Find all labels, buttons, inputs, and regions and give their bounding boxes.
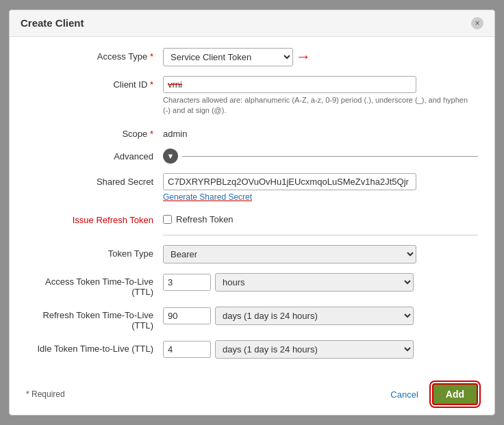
access-type-arrow-icon: → [296,48,311,66]
shared-secret-label: Shared Secret [26,173,163,187]
access-token-ttl-control: hours days (1 day is 24 hours) minutes [163,273,478,292]
shared-secret-row: Shared Secret Generate Shared Secret [26,173,478,202]
issue-refresh-token-label: Issue Refresh Token [26,211,163,225]
idle-token-ttl-number[interactable] [163,341,211,358]
client-id-label: Client ID [26,76,163,90]
cancel-button[interactable]: Cancel [383,386,425,403]
refresh-token-ttl-label: Refresh Token Time-To-Live (TTL) [26,307,163,331]
idle-token-ttl-label: Idle Token Time-to-Live (TTL) [26,340,163,354]
token-type-label: Token Type [26,245,163,259]
advanced-arrow-icon[interactable]: ▼ [163,149,178,164]
modal-overlay: Create Client × Access Type Service Clie… [0,0,504,425]
idle-token-ttl-row: Idle Token Time-to-Live (TTL) hours days… [26,340,478,359]
refresh-token-checkbox-row: Refresh Token [163,211,478,224]
refresh-token-checkbox-label: Refresh Token [176,214,234,224]
required-note: * Required [26,389,65,399]
access-token-ttl-unit-select[interactable]: hours days (1 day is 24 hours) minutes [215,273,414,292]
close-button[interactable]: × [471,17,483,29]
refresh-token-ttl-control: hours days (1 day is 24 hours) minutes [163,307,478,325]
token-type-select[interactable]: Bearer JWT [163,245,416,263]
idle-token-ttl-unit-select[interactable]: hours days (1 day is 24 hours) minutes [215,340,414,359]
access-token-ttl-row: Access Token Time-To-Live (TTL) hours da… [26,273,478,297]
access-type-row: Access Type Service Client Token Bearer … [26,48,478,66]
generate-shared-secret-link[interactable]: Generate Shared Secret [163,192,478,202]
modal-footer: * Required Cancel Add [10,376,494,415]
generate-underline: Generate Shared Secret [163,192,252,202]
client-id-row: Client ID Characters allowed are: alphan… [26,76,478,116]
access-token-ttl-label: Access Token Time-To-Live (TTL) [26,273,163,297]
advanced-section: ▼ [163,149,478,164]
create-client-modal: Create Client × Access Type Service Clie… [9,10,495,416]
separator-line [163,235,478,235]
issue-refresh-token-row: Issue Refresh Token Refresh Token [26,211,478,225]
access-token-ttl-inputs: hours days (1 day is 24 hours) minutes [163,273,478,292]
client-id-input[interactable] [163,76,416,93]
idle-token-ttl-inputs: hours days (1 day is 24 hours) minutes [163,340,478,359]
scope-label: Scope [26,125,163,139]
advanced-label: Advanced [26,151,163,162]
refresh-token-ttl-number[interactable] [163,307,211,324]
footer-buttons: Cancel Add [383,383,478,405]
generate-link-text: Generate Shared Secret [163,192,252,202]
token-type-row: Token Type Bearer JWT [26,245,478,263]
scope-row: Scope admin [26,125,478,139]
idle-token-ttl-control: hours days (1 day is 24 hours) minutes [163,340,478,359]
refresh-token-ttl-row: Refresh Token Time-To-Live (TTL) hours d… [26,307,478,331]
advanced-toggle[interactable]: ▼ [163,149,178,164]
modal-body: Access Type Service Client Token Bearer … [10,37,494,377]
issue-refresh-token-control: Refresh Token [163,211,478,224]
access-type-label: Access Type [26,48,163,62]
advanced-line [182,156,478,157]
refresh-token-ttl-unit-select[interactable]: hours days (1 day is 24 hours) minutes [215,307,414,325]
modal-header: Create Client × [10,10,494,37]
advanced-row: Advanced ▼ [26,149,478,164]
access-type-select[interactable]: Service Client Token Bearer SAML [163,48,293,66]
add-button[interactable]: Add [432,383,478,405]
refresh-token-checkbox[interactable] [163,215,172,224]
token-type-control: Bearer JWT [163,245,478,263]
scope-control: admin [163,125,478,139]
access-type-control: Service Client Token Bearer SAML → [163,48,478,66]
scope-value: admin [163,125,478,139]
modal-title: Create Client [21,17,84,29]
client-id-hint: Characters allowed are: alphanumeric (A-… [163,95,471,116]
access-token-ttl-number[interactable] [163,274,211,291]
refresh-token-ttl-inputs: hours days (1 day is 24 hours) minutes [163,307,478,325]
shared-secret-control: Generate Shared Secret [163,173,478,202]
shared-secret-input[interactable] [163,173,416,190]
client-id-control: Characters allowed are: alphanumeric (A-… [163,76,478,116]
